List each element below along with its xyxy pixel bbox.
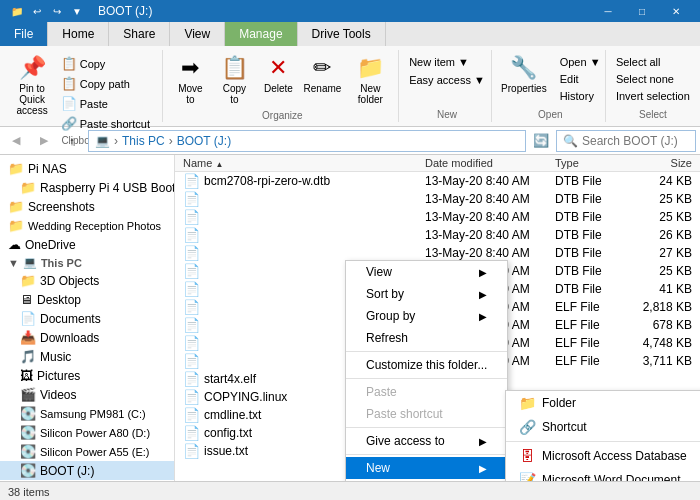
- copy-to-button[interactable]: 📋 Copy to: [214, 52, 254, 108]
- open-content: 🔧 Properties Open ▼ Edit History: [496, 52, 604, 107]
- sidebar-item-raspi[interactable]: 📁 Raspberry Pi 4 USB Boot: [0, 178, 174, 197]
- move-to-button[interactable]: ➡ Move to: [170, 52, 210, 108]
- quick-access-icon3[interactable]: ↪: [48, 2, 66, 20]
- properties-button[interactable]: 🔧 Properties: [496, 52, 552, 97]
- folder-icon: 📁: [8, 199, 24, 214]
- edit-button[interactable]: Edit: [556, 71, 605, 87]
- invert-selection-button[interactable]: Invert selection: [612, 88, 694, 104]
- sidebar-item-desktop[interactable]: 🖥 Desktop: [0, 290, 174, 309]
- context-menu-item-give-access[interactable]: Give access to▶: [346, 430, 507, 452]
- minimize-button[interactable]: ─: [592, 0, 624, 22]
- folder-icon: 📁: [20, 273, 36, 288]
- sidebar-item-silicon-a55[interactable]: 💽 Silicon Power A55 (E:): [0, 442, 174, 461]
- sidebar-item-boot[interactable]: 💽 BOOT (J:): [0, 461, 174, 480]
- folder-icon: 📁: [8, 218, 24, 233]
- sidebar-item-pi-nas[interactable]: 📁 Pi NAS: [0, 159, 174, 178]
- tab-file[interactable]: File: [0, 22, 48, 46]
- close-button[interactable]: ✕: [660, 0, 692, 22]
- ribbon-group-select: Select all Select none Invert selection …: [610, 50, 696, 122]
- tab-view[interactable]: View: [170, 22, 225, 46]
- tab-share[interactable]: Share: [109, 22, 170, 46]
- context-menu-item-paste[interactable]: Paste: [346, 381, 507, 403]
- sidebar-item-wedding[interactable]: 📁 Wedding Reception Photos: [0, 216, 174, 235]
- sidebar-item-videos[interactable]: 🎬 Videos: [0, 385, 174, 404]
- delete-icon: ✕: [269, 55, 287, 81]
- quick-access-icon2[interactable]: ↩: [28, 2, 46, 20]
- sidebar-item-onedrive[interactable]: ☁ OneDrive: [0, 235, 174, 254]
- context-menu: View▶ Sort by▶ Group by▶ Refresh Customi…: [345, 260, 508, 481]
- easy-access-button[interactable]: Easy access ▼: [405, 72, 489, 88]
- context-menu-item-refresh[interactable]: Refresh: [346, 327, 507, 349]
- table-row[interactable]: 📄bcm2708-rpi-zero-w.dtb 13-May-20 8:40 A…: [175, 172, 700, 190]
- open-button[interactable]: Open ▼: [556, 54, 605, 70]
- context-menu-item-paste-shortcut[interactable]: Paste shortcut: [346, 403, 507, 425]
- table-row[interactable]: 📄 13-May-20 8:40 AM DTB File 25 KB: [175, 208, 700, 226]
- sidebar-item-screenshots[interactable]: 📁 Screenshots: [0, 197, 174, 216]
- forward-button[interactable]: ▶: [32, 129, 56, 153]
- history-button[interactable]: History: [556, 88, 605, 104]
- separator: [506, 441, 700, 442]
- maximize-button[interactable]: □: [626, 0, 658, 22]
- context-menu-item-view[interactable]: View▶: [346, 261, 507, 283]
- ribbon-tab-bar: File Home Share View Manage Drive Tools: [0, 22, 700, 46]
- rename-button[interactable]: ✏ Rename: [302, 52, 342, 97]
- tab-home[interactable]: Home: [48, 22, 109, 46]
- column-header-date[interactable]: Date modified: [425, 157, 555, 169]
- properties-icon: 🔧: [510, 55, 537, 81]
- quick-access-icon4[interactable]: ▼: [68, 2, 86, 20]
- sidebar-item-pictures[interactable]: 🖼 Pictures: [0, 366, 174, 385]
- pin-to-quick-access-button[interactable]: 📌 Pin to Quickaccess: [12, 52, 53, 119]
- select-label: Select: [639, 107, 667, 120]
- copy-path-button[interactable]: 📋 Copy path: [57, 74, 154, 93]
- search-box[interactable]: 🔍: [556, 130, 696, 152]
- folder-icon: 📁: [8, 161, 24, 176]
- select-all-button[interactable]: Select all: [612, 54, 694, 70]
- file-icon: 📄: [183, 425, 200, 441]
- new-item-button[interactable]: New item ▼: [405, 54, 489, 70]
- submenu-item-folder[interactable]: 📁 Folder 2,200 KB: [506, 391, 700, 415]
- paste-button[interactable]: 📄 Paste: [57, 94, 154, 113]
- separator: [346, 454, 507, 455]
- column-header-type[interactable]: Type: [555, 157, 635, 169]
- file-list-header: Name ▲ Date modified Type Size: [175, 155, 700, 172]
- column-header-name[interactable]: Name ▲: [175, 157, 425, 169]
- file-icon: 📄: [183, 389, 200, 405]
- back-button[interactable]: ◀: [4, 129, 28, 153]
- file-icon: 📄: [183, 263, 200, 279]
- sidebar-item-documents[interactable]: 📄 Documents: [0, 309, 174, 328]
- up-button[interactable]: ↑: [60, 129, 84, 153]
- submenu-item-word[interactable]: 📝 Microsoft Word Document 2,941 KB: [506, 468, 700, 481]
- sidebar-item-silicon-a80[interactable]: 💽 Silicon Power A80 (D:): [0, 423, 174, 442]
- column-header-size[interactable]: Size: [635, 157, 700, 169]
- quick-access-icon1[interactable]: 📁: [8, 2, 26, 20]
- file-icon: 📄: [183, 191, 200, 207]
- computer-icon: 💻: [23, 256, 37, 269]
- clipboard-col: 📋 Copy 📋 Copy path 📄 Paste 🔗 Paste short…: [57, 52, 154, 133]
- context-menu-item-groupby[interactable]: Group by▶: [346, 305, 507, 327]
- sidebar-item-samsung[interactable]: 💽 Samsung PM981 (C:): [0, 404, 174, 423]
- sidebar-section-thispc[interactable]: ▼ 💻 This PC: [0, 254, 174, 271]
- table-row[interactable]: 📄 13-May-20 8:40 AM DTB File 25 KB: [175, 190, 700, 208]
- sidebar-item-music[interactable]: 🎵 Music: [0, 347, 174, 366]
- context-menu-item-new[interactable]: New▶: [346, 457, 507, 479]
- refresh-button[interactable]: 🔄: [530, 130, 552, 152]
- tab-manage[interactable]: Manage: [225, 22, 297, 46]
- new-folder-button[interactable]: 📁 New folder: [346, 52, 394, 108]
- tab-drivetools[interactable]: Drive Tools: [298, 22, 386, 46]
- search-input[interactable]: [582, 134, 689, 148]
- desktop-icon: 🖥: [20, 292, 33, 307]
- path-boot[interactable]: BOOT (J:): [177, 134, 231, 148]
- submenu-item-access[interactable]: 🗄 Microsoft Access Database 3,656 KB: [506, 444, 700, 468]
- cloud-icon: ☁: [8, 237, 21, 252]
- context-menu-item-customize[interactable]: Customize this folder...: [346, 354, 507, 376]
- select-none-button[interactable]: Select none: [612, 71, 694, 87]
- sidebar-item-3dobjects[interactable]: 📁 3D Objects: [0, 271, 174, 290]
- path-thispc[interactable]: This PC: [122, 134, 165, 148]
- delete-button[interactable]: ✕ Delete: [258, 52, 298, 97]
- address-path[interactable]: 💻 › This PC › BOOT (J:): [88, 130, 526, 152]
- context-menu-item-sortby[interactable]: Sort by▶: [346, 283, 507, 305]
- table-row[interactable]: 📄 13-May-20 8:40 AM DTB File 26 KB: [175, 226, 700, 244]
- submenu-item-shortcut[interactable]: 🔗 Shortcut 782 KB: [506, 415, 700, 439]
- sidebar-item-downloads[interactable]: 📥 Downloads: [0, 328, 174, 347]
- copy-button[interactable]: 📋 Copy: [57, 54, 154, 73]
